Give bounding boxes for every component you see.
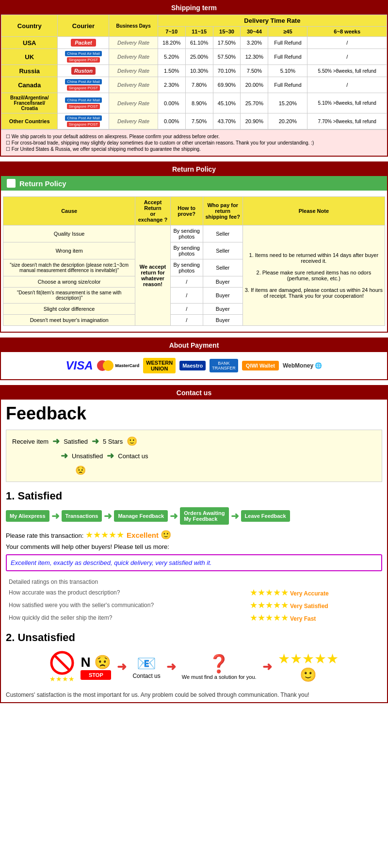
manage-feedback-button[interactable]: Manage Feedback	[114, 510, 168, 522]
russia-7-10: 1.50%	[158, 65, 185, 77]
five-stars-icon: ★★★★★ 🙂	[278, 651, 339, 683]
table-row: Quality Issue We acceptreturn forwhateve…	[3, 225, 385, 242]
how-quality: By sendingphotos	[170, 225, 203, 242]
svg-line-1	[55, 656, 69, 670]
delivery-rate-other: Delivery Rate	[109, 113, 158, 129]
delivery-rate-usa: Delivery Rate	[109, 37, 158, 49]
excellent-example: Excellent item, exactly as described, qu…	[6, 554, 382, 571]
orders-awaiting-button[interactable]: Orders AwaitingMy Feedback	[180, 507, 228, 525]
days-7-10: 7~10	[158, 27, 185, 37]
feedback-flow-box: Receive item ➜ Satisfied ➜ 5 Stars 🙂 ➜ U…	[6, 430, 382, 482]
n-letter: N 😟	[81, 654, 111, 670]
how-color: /	[170, 304, 203, 315]
arrow-4: ➜	[107, 450, 114, 461]
red-arrow-1: ➜	[117, 660, 127, 674]
contact-section: Contact us Feedback Receive item ➜ Satis…	[0, 385, 388, 703]
red-arrow-2: ➜	[166, 660, 176, 674]
ratings-header-value	[248, 578, 381, 586]
desc-value: ★★★★★ Very Accurate	[248, 587, 381, 598]
email-symbol: 📧	[132, 654, 160, 673]
days-11-15: 11~15	[185, 27, 213, 37]
unsatisfied-flow: ★★★★ N 😟 STOP ➜ 📧 Contact us ➜ ❓ We must…	[1, 646, 387, 688]
maestro-logo: Maestro	[179, 361, 206, 370]
cause-fit: "Doesn't fit(item's measurement is the s…	[3, 288, 135, 304]
chinapost-logo-oc: China Post Air Mail	[65, 115, 102, 121]
how-imagination: /	[170, 315, 203, 326]
who-quality: Seller	[203, 225, 242, 242]
cause-quality: Quality Issue	[3, 225, 135, 242]
contact-us-label: Contact us	[118, 452, 148, 460]
russia-6-8: 5.50% >8weeks, full refund	[307, 65, 387, 77]
brazil-45: 15.20%	[268, 93, 307, 113]
excellent-emoji: 🙂	[161, 530, 171, 540]
shipping-table: Country Courier Business Days Delivery T…	[1, 15, 387, 129]
days-15-30: 15~30	[213, 27, 241, 37]
unsatisfied-flow-row: ➜ Unsatisfied ➜ Contact us	[61, 450, 376, 461]
brazil-11-15: 8.90%	[185, 93, 213, 113]
ratings-row-2: How satisfied were you with the seller's…	[7, 599, 381, 611]
how-size: By sendingphotos	[170, 259, 203, 276]
feedback-title: Feedback	[1, 400, 387, 426]
return-section: Return Policy Return Policy Cause Accept…	[0, 161, 388, 333]
courier-brazil: China Post Air Mail Singapore POST	[58, 93, 109, 113]
smiley-emoji: 🙂	[278, 667, 339, 683]
satisfied-header: 1. Satisfied	[1, 486, 387, 504]
accept-header: Accept Returnor exchange ?	[135, 197, 170, 225]
final-text: Customers' satisfaction is the most impo…	[1, 688, 387, 702]
how-wrong: By sendingphotos	[170, 242, 203, 259]
ratings-header-label: Detailed ratings on this transaction	[7, 578, 247, 586]
other-6-8: 7.70% >8weeks, full refund	[307, 113, 387, 129]
usa-6-8: /	[307, 37, 387, 49]
canada-11-15: 7.80%	[185, 77, 213, 93]
ratings-table: Detailed ratings on this transaction How…	[6, 577, 382, 625]
western-union-logo: WESTERNUNION	[143, 358, 176, 373]
country-uk: UK	[1, 49, 58, 65]
table-row: Brazil/Argentina/France/Israel/Croatia C…	[1, 93, 387, 113]
who-size: Seller	[203, 259, 242, 276]
ship-value: ★★★★★ Very Fast	[248, 612, 381, 624]
please-note-cell: 1. Items need to be returned within 14 d…	[242, 225, 385, 326]
leave-feedback-button[interactable]: Leave Feedback	[241, 510, 290, 522]
other-7-10: 0.00%	[158, 113, 185, 129]
transactions-button[interactable]: Transactions	[62, 510, 102, 522]
satisfied-flow-row: Receive item ➜ Satisfied ➜ 5 Stars 🙂	[12, 436, 376, 447]
canada-30-44: 20.00%	[241, 77, 268, 93]
satisfied-label: Satisfied	[64, 438, 88, 445]
return-inner-header: Return Policy	[1, 176, 387, 191]
return-inner-title: Return Policy	[19, 179, 66, 188]
email-icon: 📧 Contact us	[132, 654, 160, 679]
business-days-header: Business Days	[109, 15, 158, 37]
stop-sign-icon: N 😟 STOP	[81, 654, 111, 680]
days-30-44: 30~44	[241, 27, 268, 37]
other-45: 20.20%	[268, 113, 307, 129]
desc-label: How accurate was the product description…	[7, 587, 247, 598]
delivery-rate-russia: Delivery Rate	[109, 65, 158, 77]
cause-header: Cause	[3, 197, 135, 225]
days-45: ≥45	[268, 27, 307, 37]
singapore-logo-br: Singapore POST	[67, 104, 100, 109]
usa-30-44: 3.20%	[241, 37, 268, 49]
other-15-30: 43.70%	[213, 113, 241, 129]
delivery-time-header: Delivery Time Rate	[158, 15, 387, 27]
russia-45: 5.10%	[268, 65, 307, 77]
how-header: How to prove?	[170, 197, 203, 225]
shipping-header: Shipping term	[1, 1, 387, 15]
who-wrong: Seller	[203, 242, 242, 259]
cause-color: Slight color difference	[3, 304, 135, 315]
rate-label: Please rate this transaction:	[6, 532, 83, 539]
note-header: Please Note	[242, 197, 385, 225]
sad-emoji: 😟	[75, 466, 86, 475]
ratings-header-row: Detailed ratings on this transaction	[7, 578, 381, 586]
courier-uk: China Post Air Mail Singapore POST	[58, 49, 109, 65]
who-header: Who pay for returnshipping fee?	[203, 197, 242, 225]
green-arrow-3: ➜	[170, 510, 178, 522]
uk-15-30: 57.50%	[213, 49, 241, 65]
who-fit: Buyer	[203, 288, 242, 304]
uk-6-8: /	[307, 49, 387, 65]
how-wrong-size: /	[170, 276, 203, 288]
my-aliexpress-button[interactable]: My Aliexpress	[6, 510, 49, 522]
payment-logos: VISA MasterCard WESTERNUNION Maestro BAN…	[1, 352, 387, 379]
courier-usa: Packet	[58, 37, 109, 49]
green-buttons-row: My Aliexpress ➜ Transactions ➜ Manage Fe…	[1, 504, 387, 528]
return-section-header: Return Policy	[1, 162, 387, 176]
